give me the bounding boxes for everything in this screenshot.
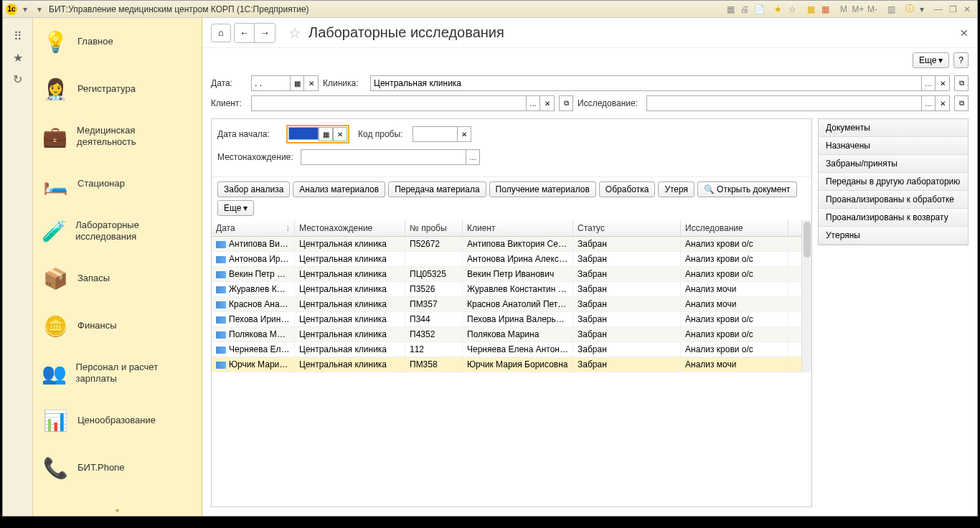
clinic-select-icon[interactable]: … — [921, 75, 936, 91]
back-button[interactable]: ← — [235, 24, 255, 42]
study-open-icon[interactable]: ⧉ — [954, 95, 969, 111]
sidebar-item-pricing[interactable]: 📊 Ценообразование — [33, 397, 202, 444]
tb-panels-icon[interactable]: ▥ — [885, 3, 897, 16]
col-location[interactable]: Местонахождение — [295, 220, 405, 236]
side-item-assigned[interactable]: Назначены — [819, 137, 968, 155]
table-row[interactable]: Антонова Ирин...Центральная клиникаАнтон… — [212, 252, 801, 267]
page-close-icon[interactable]: ✕ — [960, 27, 969, 39]
start-date-picker-icon[interactable]: ▦ — [319, 127, 333, 141]
table-row[interactable]: Журавлев Кон...Центральная клиникаП3526Ж… — [212, 282, 801, 297]
study-clear-icon[interactable]: ✕ — [936, 95, 950, 111]
sidebar-item-finance[interactable]: 🪙 Финансы — [33, 302, 202, 349]
study-input[interactable] — [646, 95, 921, 111]
close-icon[interactable]: ✕ — [961, 3, 974, 16]
clinic-clear-icon[interactable]: ✕ — [936, 75, 950, 91]
clinic-input[interactable] — [370, 75, 921, 91]
sidebar-scroll-down-icon[interactable]: ▾ — [116, 506, 119, 514]
row-icon — [216, 256, 226, 263]
favorite-icon[interactable]: ☆ — [288, 24, 301, 42]
col-code[interactable]: № пробы — [405, 220, 463, 236]
side-item-to-process[interactable]: Проанализированы к обработке — [819, 191, 968, 209]
vertical-scrollbar[interactable] — [801, 220, 811, 372]
transfer-button[interactable]: Передача материала — [388, 182, 486, 197]
receive-button[interactable]: Получение материалов — [489, 182, 596, 197]
app-menu-dropdown2[interactable]: ▾ — [34, 4, 44, 14]
home-button[interactable]: ⌂ — [211, 24, 231, 42]
tb-info-dd[interactable]: ▾ — [917, 4, 927, 14]
tb-history-icon[interactable]: ☆ — [786, 3, 798, 16]
study-label: Исследование: — [578, 98, 642, 108]
table-row[interactable]: Краснов Анато...Центральная клиникаПМ357… — [212, 297, 801, 312]
client-input[interactable] — [251, 95, 526, 111]
table-row[interactable]: Полякова Мар...Центральная клиникаП4352П… — [212, 327, 801, 342]
location-input[interactable] — [301, 149, 466, 165]
star-icon[interactable]: ★ — [9, 48, 27, 67]
table-row[interactable]: Антипова Викт...Центральная клиникаП5267… — [212, 237, 801, 252]
table-row[interactable]: Юрчик Мария Б...Центральная клиникаПМ358… — [212, 357, 801, 372]
take-button[interactable]: Забор анализа — [217, 182, 290, 197]
col-status[interactable]: Статус — [573, 220, 681, 236]
sidebar-item-hospital[interactable]: 🛏️ Стационар — [33, 160, 202, 207]
more-button[interactable]: Еще ▾ — [913, 52, 949, 68]
date-picker-icon[interactable]: ▦ — [290, 75, 304, 91]
client-select-icon[interactable]: … — [526, 95, 540, 111]
chart-icon: 📊 — [40, 405, 70, 435]
tb-mplus-icon[interactable]: M+ — [852, 3, 864, 16]
client-clear-icon[interactable]: ✕ — [540, 95, 555, 111]
sidebar-item-lab[interactable]: 🧪 Лабораторные исследования — [33, 207, 202, 255]
tb-calendar-icon[interactable]: ▦ — [819, 3, 831, 16]
app-menu-dropdown[interactable]: ▾ — [20, 4, 30, 14]
maximize-icon[interactable]: ❐ — [946, 3, 959, 16]
sidebar-item-registry[interactable]: 👩‍⚕️ Регистратура — [33, 65, 202, 113]
table-row[interactable]: Пехова Ирина ...Центральная клиникаП344П… — [212, 312, 801, 327]
lose-button[interactable]: Утеря — [658, 182, 694, 197]
col-date[interactable]: Дата↓ — [212, 220, 295, 236]
date-input[interactable] — [251, 75, 290, 91]
col-client[interactable]: Клиент — [463, 220, 573, 236]
start-date-clear-icon[interactable]: ✕ — [333, 127, 347, 141]
right-pane: Документы Назначены Забраны/приняты Пере… — [818, 118, 969, 507]
code-input[interactable] — [413, 126, 457, 142]
table-row[interactable]: Векин Петр Ив...Центральная клиникаПЦ053… — [212, 267, 801, 282]
side-item-documents[interactable]: Документы — [819, 119, 968, 137]
side-item-lost[interactable]: Утеряны — [819, 227, 968, 245]
tb-doc-icon[interactable]: 📄 — [753, 3, 765, 16]
sidebar-item-phone[interactable]: 📞 БИТ.Phone — [33, 444, 202, 491]
sidebar-item-stock[interactable]: 📦 Запасы — [33, 255, 202, 302]
tb-mminus-icon[interactable]: M- — [866, 3, 879, 16]
sidebar-item-medical[interactable]: 💼 Медицинская деятельность — [33, 113, 202, 160]
analyze-button[interactable]: Анализ материалов — [293, 182, 385, 197]
tb-fav-icon[interactable]: ★ — [771, 3, 784, 16]
open-doc-button[interactable]: 🔍Открыть документ — [697, 182, 796, 197]
actions-more-button[interactable]: Еще ▾ — [217, 200, 254, 216]
clinic-open-icon[interactable]: ⧉ — [954, 75, 969, 91]
code-clear-icon[interactable]: ✕ — [457, 126, 471, 142]
tb-m-icon[interactable]: M — [837, 3, 850, 16]
forward-button[interactable]: → — [255, 24, 275, 42]
side-item-transferred[interactable]: Переданы в другую лабораторию — [819, 173, 968, 191]
col-study[interactable]: Исследование — [681, 220, 788, 236]
location-select-icon[interactable]: … — [466, 149, 480, 165]
minimize-icon[interactable]: — — [932, 3, 945, 16]
sidebar-item-label: Медицинская деятельность — [77, 125, 194, 147]
start-date-label: Дата начала: — [217, 129, 282, 139]
history-rail-icon[interactable]: ↻ — [9, 70, 27, 88]
table-row[interactable]: Черняева Елен...Центральная клиника112Че… — [212, 342, 801, 357]
start-date-highlight: ▦ ✕ — [286, 125, 349, 143]
sidebar-item-hr[interactable]: 👥 Персонал и расчет зарплаты — [33, 349, 202, 397]
study-select-icon[interactable]: … — [921, 95, 936, 111]
start-date-input[interactable] — [288, 127, 319, 140]
process-button[interactable]: Обработка — [599, 182, 656, 197]
date-clear-icon[interactable]: ✕ — [304, 75, 319, 91]
client-open-icon[interactable]: ⧉ — [559, 95, 573, 111]
help-button[interactable]: ? — [953, 52, 969, 68]
tb-calc-icon[interactable]: ▦ — [804, 3, 817, 16]
apps-icon[interactable]: ⠿ — [9, 27, 27, 45]
sidebar-item-main[interactable]: 💡 Главное — [33, 18, 202, 65]
page-title: Лабораторные исследования — [308, 24, 504, 41]
tb-icon-1[interactable]: ▦ — [724, 3, 737, 16]
side-item-to-return[interactable]: Проанализированы к возврату — [819, 209, 968, 227]
tb-print-icon[interactable]: 🖨 — [738, 3, 751, 16]
side-item-taken[interactable]: Забраны/приняты — [819, 155, 968, 173]
tb-info-icon[interactable]: ⓘ — [903, 3, 916, 16]
